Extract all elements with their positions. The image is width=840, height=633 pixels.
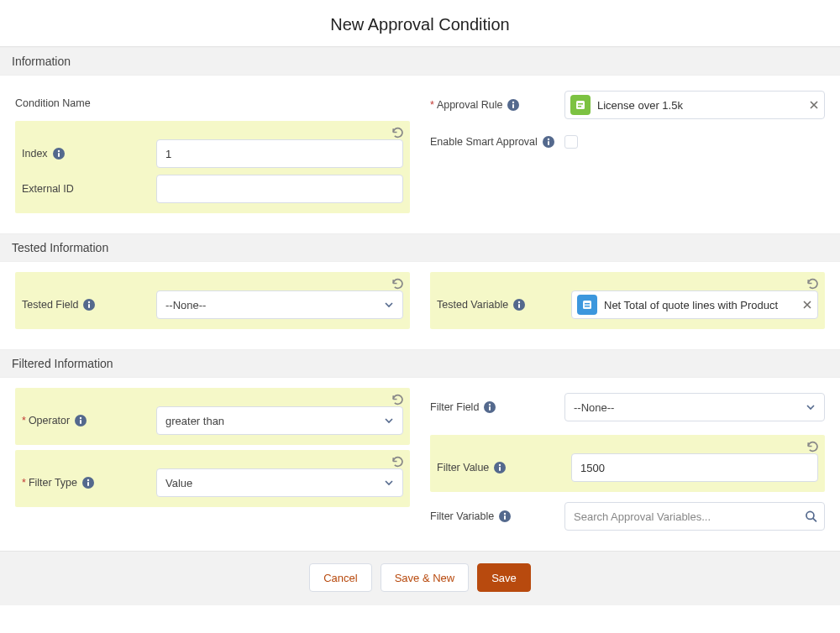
filter-variable-input[interactable] (574, 503, 797, 530)
tested-field-selected: --None-- (165, 299, 384, 311)
operator-selected: greater than (165, 415, 384, 427)
footer: Cancel Save & New Save (0, 551, 840, 605)
external-id-input[interactable] (156, 175, 403, 203)
filter-field-label: Filter Field (430, 401, 479, 413)
filter-variable-label: Filter Variable (430, 510, 494, 522)
rule-icon (570, 95, 591, 115)
search-icon (805, 510, 817, 523)
filter-variable-search[interactable] (564, 502, 825, 531)
filter-type-select[interactable]: Value (156, 468, 403, 497)
required-marker: * (430, 99, 434, 111)
close-icon[interactable] (809, 100, 819, 110)
cancel-button[interactable]: Cancel (309, 563, 371, 592)
chevron-down-icon (384, 416, 394, 426)
index-input[interactable] (156, 139, 403, 168)
approval-rule-lookup[interactable]: License over 1.5k (564, 91, 825, 119)
info-icon[interactable] (484, 401, 496, 413)
approval-rule-selected: License over 1.5k (597, 99, 802, 112)
page-title: New Approval Condition (0, 0, 840, 47)
info-icon[interactable] (494, 462, 506, 473)
filter-value-input[interactable] (571, 453, 818, 482)
enable-smart-approval-checkbox[interactable] (564, 135, 578, 149)
info-icon[interactable] (82, 477, 94, 489)
info-icon[interactable] (499, 510, 511, 522)
chevron-down-icon (384, 478, 394, 488)
condition-name-label: Condition Name (15, 97, 91, 109)
info-icon[interactable] (53, 148, 65, 160)
tested-variable-label: Tested Variable (437, 299, 508, 311)
close-icon[interactable] (802, 300, 812, 310)
tested-variable-selected: Net Total of quote lines with Product (604, 299, 795, 311)
operator-select[interactable]: greater than (156, 406, 403, 435)
required-marker: * (22, 415, 26, 426)
external-id-label: External ID (22, 183, 74, 195)
chevron-down-icon (806, 402, 816, 412)
filter-type-label: Filter Type (29, 477, 77, 489)
enable-smart-approval-label: Enable Smart Approval (430, 136, 538, 148)
filter-type-selected: Value (165, 477, 384, 489)
info-icon[interactable] (507, 99, 519, 111)
info-icon[interactable] (75, 415, 87, 426)
filter-field-selected: --None-- (574, 401, 806, 414)
info-icon[interactable] (543, 136, 554, 148)
operator-label: Operator (29, 415, 70, 426)
section-header-information: Information (0, 47, 840, 76)
tested-field-label: Tested Field (22, 299, 78, 311)
chevron-down-icon (384, 300, 394, 310)
section-header-filtered: Filtered Information (0, 349, 840, 378)
save-and-new-button[interactable]: Save & New (381, 563, 470, 592)
section-header-tested: Tested Information (0, 233, 840, 262)
tested-variable-lookup[interactable]: Net Total of quote lines with Product (571, 290, 818, 319)
filter-field-select[interactable]: --None-- (564, 393, 825, 421)
approval-rule-label: Approval Rule (437, 99, 503, 111)
info-icon[interactable] (83, 299, 95, 311)
variable-icon (577, 295, 597, 315)
required-marker: * (22, 477, 26, 489)
tested-field-select[interactable]: --None-- (156, 290, 403, 319)
info-icon[interactable] (513, 299, 525, 311)
save-button[interactable]: Save (477, 563, 531, 592)
filter-value-label: Filter Value (437, 462, 489, 473)
index-label: Index (22, 148, 48, 160)
